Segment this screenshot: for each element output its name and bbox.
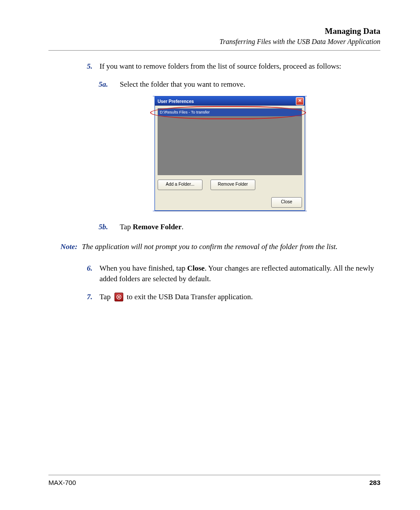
footer-divider <box>48 475 380 475</box>
step-number: 5. <box>79 61 92 72</box>
header-title: Managing Data <box>48 26 380 36</box>
substep-text: Select the folder that you want to remov… <box>120 79 380 90</box>
step-number: 6. <box>79 263 92 274</box>
header-divider <box>48 50 380 51</box>
note-text: The application will not prompt you to c… <box>82 242 338 253</box>
substep-text: Tap Remove Folder. <box>120 222 380 233</box>
folder-listbox[interactable]: D:\Results Files - To transfer <box>158 108 302 175</box>
folder-list-item[interactable]: D:\Results Files - To transfer <box>158 109 302 116</box>
text-prefix: Tap <box>120 223 133 231</box>
dialog-button-row: Add a Folder... Remove Folder <box>155 178 305 193</box>
page-number: 283 <box>369 479 380 486</box>
content-body-lower: 6. When you have finished, tap Close. Yo… <box>79 263 380 303</box>
step-5b: 5b. Tap Remove Folder. <box>99 222 380 233</box>
note-label: Note: <box>48 242 77 253</box>
screenshot-figure: User Preferences ✕ D:\Results Files - To… <box>153 96 307 211</box>
bold-term: Close <box>187 264 205 272</box>
content-body: 5. If you want to remove folders from th… <box>79 61 380 233</box>
add-folder-button[interactable]: Add a Folder... <box>158 180 203 190</box>
note-block: Note: The application will not prompt yo… <box>48 242 380 253</box>
step-number: 7. <box>79 292 92 303</box>
header-subtitle: Transferring Files with the USB Data Mov… <box>48 38 380 46</box>
window-close-button[interactable]: ✕ <box>296 97 304 105</box>
step-text: Tap to exit the USB Data Transfer applic… <box>99 292 380 303</box>
step-6: 6. When you have finished, tap Close. Yo… <box>79 263 380 285</box>
dialog-titlebar: User Preferences ✕ <box>155 97 305 106</box>
bold-term: Remove Folder <box>133 223 182 231</box>
dialog-title: User Preferences <box>158 99 194 104</box>
substep-number: 5b. <box>99 222 114 233</box>
dialog-close-row: Close <box>155 193 305 210</box>
text-suffix: . <box>181 223 183 231</box>
footer-row: MAX-700 283 <box>48 479 380 486</box>
page-header: Managing Data Transferring Files with th… <box>48 26 380 46</box>
step-5: 5. If you want to remove folders from th… <box>79 61 380 72</box>
step-text: When you have finished, tap Close. Your … <box>99 263 380 285</box>
figure-container: User Preferences ✕ D:\Results Files - To… <box>79 96 380 211</box>
remove-folder-button[interactable]: Remove Folder <box>210 180 255 190</box>
step-7: 7. Tap to exit the USB Data Transfer app… <box>79 292 380 303</box>
user-preferences-dialog: User Preferences ✕ D:\Results Files - To… <box>155 96 305 211</box>
text-suffix: to exit the USB Data Transfer applicatio… <box>125 293 253 301</box>
text-prefix: Tap <box>99 293 113 301</box>
text-prefix: When you have finished, tap <box>99 264 187 272</box>
step-text: If you want to remove folders from the l… <box>99 61 380 72</box>
page-footer: MAX-700 283 <box>48 475 380 486</box>
footer-product: MAX-700 <box>48 479 76 486</box>
dialog-close-button[interactable]: Close <box>271 197 302 208</box>
exit-app-icon <box>114 293 123 301</box>
step-5a: 5a. Select the folder that you want to r… <box>99 79 380 90</box>
substep-number: 5a. <box>99 79 114 90</box>
document-page: Managing Data Transferring Files with th… <box>0 0 420 510</box>
